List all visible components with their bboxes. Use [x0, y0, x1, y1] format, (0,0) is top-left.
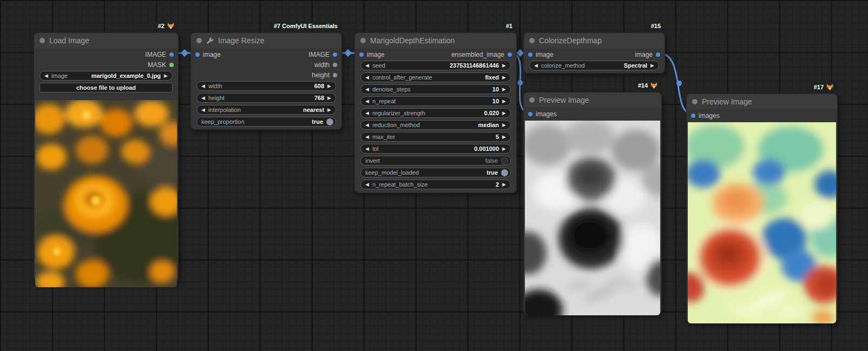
link-midpoint-dot	[676, 81, 682, 86]
output-slot-width[interactable]	[333, 63, 337, 67]
wrench-icon	[206, 37, 214, 44]
output-slot-image[interactable]	[169, 52, 174, 57]
increment-arrow[interactable]: ▶	[502, 147, 506, 151]
collapse-dot[interactable]	[692, 99, 698, 104]
node-image-resize[interactable]: #7 ComfyUI Essentials Image Resize image…	[190, 32, 342, 130]
keep-model-loaded-toggle[interactable]: keep_model_loaded true	[360, 168, 511, 177]
seed-widget[interactable]: ◀ seed 237531146861446 ▶	[360, 61, 511, 70]
combo-left-arrow[interactable]: ◀	[365, 75, 369, 80]
node-preview-image-spectral[interactable]: #17 Preview Image images	[686, 94, 838, 323]
increment-arrow[interactable]: ▶	[327, 84, 331, 89]
image-combo-widget[interactable]: ◀ image marigold_example_0.jpg ▶	[40, 71, 173, 81]
decrement-arrow[interactable]: ◀	[365, 182, 369, 187]
decrement-arrow[interactable]: ◀	[365, 63, 369, 68]
input-slot-image[interactable]	[195, 52, 200, 57]
decrement-arrow[interactable]: ◀	[365, 87, 369, 92]
input-slot-image[interactable]	[528, 52, 532, 57]
combo-right-arrow[interactable]: ▶	[164, 74, 168, 78]
node-title: Preview Image	[539, 96, 589, 104]
invert-toggle[interactable]: invert false	[360, 156, 511, 165]
node-title-bar[interactable]: Load Image	[34, 33, 178, 48]
increment-arrow[interactable]: ▶	[502, 63, 506, 68]
fox-icon	[650, 82, 657, 89]
node-graph-canvas[interactable]: #2 Load Image IMAGE MASK	[0, 0, 868, 351]
n-repeat-batch-size-widget[interactable]: ◀ n_repeat_batch_size 2 ▶	[360, 180, 511, 189]
increment-arrow[interactable]: ▶	[502, 111, 506, 116]
node-title-bar[interactable]: ColorizeDepthmap	[524, 33, 665, 48]
collapse-dot[interactable]	[360, 38, 366, 43]
decrement-arrow[interactable]: ◀	[365, 147, 369, 151]
node-load-image[interactable]: #2 Load Image IMAGE MASK	[34, 32, 179, 282]
node-title-bar[interactable]: Preview Image	[524, 92, 661, 108]
node-preview-image-depth[interactable]: #14 Preview Image images	[523, 92, 662, 315]
increment-arrow[interactable]: ▶	[502, 135, 506, 140]
output-slot-image[interactable]	[333, 52, 337, 57]
n-repeat-widget[interactable]: ◀ n_repeat 10 ▶	[360, 96, 511, 106]
decrement-arrow[interactable]: ◀	[365, 99, 369, 104]
combo-left-arrow[interactable]: ◀	[44, 74, 48, 78]
interpolation-widget[interactable]: ◀ interpolation nearest ▶	[196, 105, 336, 115]
regularizer-strength-widget[interactable]: ◀ regularizer_strength 0.020 ▶	[360, 108, 511, 118]
increment-arrow[interactable]: ▶	[502, 99, 506, 104]
input-slot-images[interactable]	[691, 114, 695, 118]
width-widget[interactable]: ◀ width 608 ▶	[196, 81, 336, 91]
toggle-indicator[interactable]	[501, 157, 508, 164]
node-title-bar[interactable]: Image Resize	[191, 33, 341, 48]
decrement-arrow[interactable]: ◀	[365, 111, 369, 116]
decrement-arrow[interactable]: ◀	[201, 84, 205, 89]
toggle-indicator[interactable]	[501, 169, 508, 176]
link-midpoint-diamond	[516, 49, 524, 57]
node-colorize-depthmap[interactable]: #15 ColorizeDepthmap image image ◀ color…	[523, 32, 665, 74]
tol-widget[interactable]: ◀ tol 0.001000 ▶	[360, 144, 511, 154]
combo-right-arrow[interactable]: ▶	[650, 63, 654, 68]
combo-left-arrow[interactable]: ◀	[365, 123, 369, 128]
colorized-depthmap-preview-image	[688, 122, 836, 323]
node-title: Image Resize	[218, 36, 265, 45]
node-badge: #14	[634, 81, 661, 90]
collapse-dot[interactable]	[196, 38, 202, 43]
output-label-height: height	[312, 71, 330, 79]
combo-left-arrow[interactable]: ◀	[201, 108, 205, 112]
toggle-indicator[interactable]	[326, 118, 333, 125]
node-title-bar[interactable]: MarigoldDepthEstimation	[355, 33, 516, 48]
increment-arrow[interactable]: ▶	[327, 96, 331, 101]
input-label-images: images	[536, 110, 557, 118]
input-slot-image[interactable]	[359, 52, 364, 57]
collapse-dot[interactable]	[40, 38, 45, 43]
output-slot-mask[interactable]	[169, 63, 174, 67]
reduction-method-widget[interactable]: ◀ reduction_method median ▶	[360, 120, 511, 130]
max-iter-widget[interactable]: ◀ max_iter 5 ▶	[360, 132, 511, 142]
node-badge: #17	[810, 83, 837, 91]
output-slot-height[interactable]	[333, 73, 337, 77]
height-widget[interactable]: ◀ height 768 ▶	[196, 93, 336, 103]
output-slot-image[interactable]	[656, 52, 660, 57]
input-slot-images[interactable]	[528, 112, 532, 116]
decrement-arrow[interactable]: ◀	[201, 96, 205, 101]
output-label-image: IMAGE	[308, 51, 330, 58]
decrement-arrow[interactable]: ◀	[365, 135, 369, 140]
output-label-image: IMAGE	[145, 51, 166, 58]
increment-arrow[interactable]: ▶	[502, 182, 506, 187]
choose-file-button[interactable]: choose file to upload	[40, 83, 173, 92]
fox-icon	[167, 23, 174, 29]
combo-right-arrow[interactable]: ▶	[502, 75, 506, 80]
combo-right-arrow[interactable]: ▶	[327, 108, 331, 112]
keep-proportion-toggle[interactable]: keep_proportion true	[196, 117, 336, 127]
input-label-image: image	[203, 51, 221, 58]
node-title: Load Image	[49, 36, 89, 45]
collapse-dot[interactable]	[529, 97, 535, 103]
output-slot-ensembled-image[interactable]	[508, 52, 512, 57]
denoise-steps-widget[interactable]: ◀ denoise_steps 10 ▶	[360, 84, 511, 94]
output-label-image: image	[635, 51, 653, 58]
link-midpoint-dot	[517, 80, 523, 85]
node-marigold-depth-estimation[interactable]: #1 MarigoldDepthEstimation image ensembl…	[354, 32, 517, 193]
colorize-method-widget[interactable]: ◀ colorize_method Spectral ▶	[529, 61, 659, 70]
combo-right-arrow[interactable]: ▶	[502, 123, 506, 128]
increment-arrow[interactable]: ▶	[502, 87, 506, 92]
node-title-bar[interactable]: Preview Image	[687, 94, 837, 109]
widget-value: marigold_example_0.jpg	[91, 72, 161, 79]
input-label-image: image	[367, 51, 385, 58]
collapse-dot[interactable]	[529, 38, 535, 43]
control-after-generate-widget[interactable]: ◀ control_after_generate fixed ▶	[360, 72, 511, 82]
combo-left-arrow[interactable]: ◀	[534, 63, 538, 68]
